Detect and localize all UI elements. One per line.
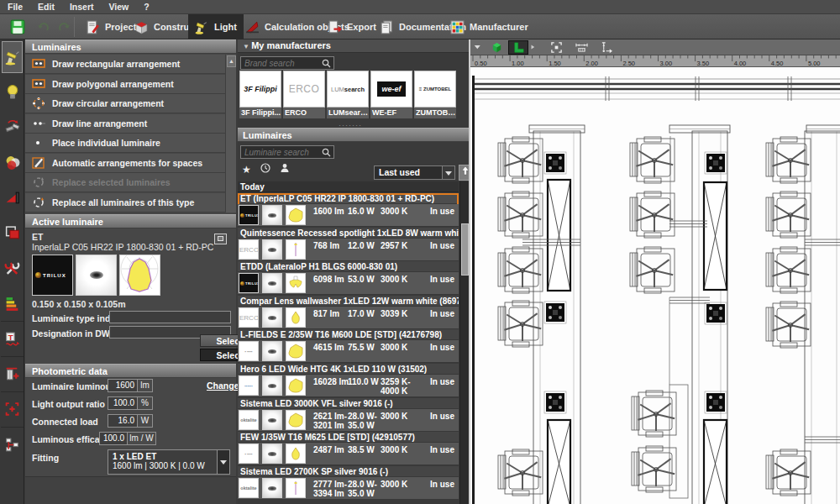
menu-file[interactable]: File — [0, 0, 30, 14]
menu-bar: FileEditInsertView? — [0, 0, 840, 14]
luminaire-item[interactable]: Hero 6 LED Wide HTG 4K 1xLED 110 W (3150… — [238, 364, 459, 397]
tool-circ-arrangement[interactable]: Draw circular arrangement — [25, 94, 225, 113]
plan-chair — [766, 247, 811, 293]
mode-lamp[interactable] — [2, 41, 23, 73]
brand-card-we-ef[interactable]: we-ef WE-EF — [370, 71, 412, 119]
mode-energy[interactable] — [2, 288, 23, 320]
floor-plan-canvas[interactable] — [470, 67, 840, 504]
mode-colors[interactable] — [2, 147, 23, 179]
menu-edit[interactable]: Edit — [30, 0, 62, 14]
view-dropdown-button[interactable] — [473, 40, 485, 55]
brand-search-input[interactable] — [243, 57, 320, 69]
luminaire-item[interactable]: Quintessence Recessed spotlight 1xLED 8W… — [238, 228, 459, 261]
connected-load-value[interactable]: 16.0 — [108, 414, 138, 428]
item-lumen: 2777 lm- 3394 lm — [313, 480, 347, 498]
tool-replace-all[interactable]: Replace all luminaires of this type — [25, 193, 225, 213]
brand-card-3f-filippi-[interactable]: 3F Filippi 3F Filippi... — [239, 71, 281, 119]
filter-row: ★ Last used — [242, 163, 469, 181]
item-watt: 110.0 W — [348, 377, 379, 386]
catalog-scrollbar[interactable] — [459, 181, 469, 504]
luminaire-item[interactable]: Sistema LED 2700K SP silver 9016 (-)okta… — [238, 466, 459, 500]
favorites-star-icon[interactable]: ★ — [242, 164, 251, 176]
zoom-fit-icon — [550, 41, 563, 54]
luminaire-search-input[interactable] — [243, 146, 320, 158]
mode-bulb[interactable] — [2, 76, 23, 108]
light-output-ratio-value[interactable]: 100.0 — [108, 396, 138, 410]
photo-thumbnail[interactable] — [76, 255, 117, 296]
my-manufacturers-header[interactable]: ▼ My manufacturers — [238, 39, 469, 53]
luminous-efficacy-value[interactable]: 100.0 — [99, 432, 128, 445]
item-status: In use — [430, 309, 454, 318]
item-curve-thumb — [286, 410, 306, 430]
mode-frame-plus[interactable] — [2, 394, 23, 426]
user-person-icon[interactable] — [280, 163, 290, 175]
item-photo-thumb — [262, 478, 282, 498]
luminaire-item[interactable]: Sistema LED 3000K VFL silver 9016 (-)okt… — [238, 398, 459, 432]
brand-thumbnail[interactable]: TRILUX — [32, 255, 73, 296]
measure-vertical-button[interactable] — [598, 40, 615, 55]
search-icon — [322, 148, 331, 157]
item-brand-thumb: TRILUX — [239, 273, 259, 293]
menu-insert[interactable]: Insert — [62, 0, 102, 14]
view-next-button[interactable] — [529, 40, 538, 55]
menu-view[interactable]: View — [102, 0, 137, 14]
view-dropdown-icon — [473, 41, 485, 54]
sort-dropdown-arrow-icon[interactable] — [443, 165, 455, 180]
view-plan-button[interactable] — [508, 40, 528, 55]
toolbar-separator — [74, 17, 75, 37]
fitting-dropdown[interactable]: 1 x LED ET 1600 lm | 3000 K | 0.0 W — [108, 449, 218, 475]
item-brand-thumb: ERCO — [239, 307, 259, 328]
fitting-dropdown-arrow[interactable] — [218, 449, 230, 475]
luminaire-item[interactable]: L-FIELDS E 2/35W T16 M600 LDE [STD] (421… — [238, 329, 459, 363]
item-watt: 75.5 W — [348, 343, 375, 352]
zoom-fit-button[interactable] — [548, 40, 564, 55]
tab-manufacturer[interactable]: Manufacturer — [444, 16, 535, 38]
item-photo-thumb — [262, 341, 282, 361]
brand-card-lumsearch[interactable]: LUMsearch LUMsearch — [327, 71, 369, 119]
save-button[interactable] — [3, 16, 32, 38]
tool-poly-arrangement[interactable]: Draw polygonal arrangement — [25, 75, 225, 94]
mode-joint[interactable] — [2, 112, 23, 144]
mode-beam[interactable] — [2, 182, 23, 214]
scroll-up-icon[interactable]: ▲ — [227, 55, 236, 67]
strip-separator — [1, 391, 24, 392]
mode-shapes[interactable] — [2, 218, 23, 249]
line-arrangement-icon — [32, 117, 45, 130]
measure-horizontal-button[interactable] — [573, 40, 590, 55]
circ-arrangement-icon — [32, 97, 45, 110]
tool-auto-arrangement[interactable]: Automatic arrangements for spaces — [25, 154, 225, 173]
plan-chair — [498, 449, 543, 496]
mode-text-wave[interactable]: T — [2, 323, 23, 355]
type-index-input[interactable] — [109, 311, 231, 323]
tool-line-arrangement[interactable]: Draw line arrangement — [25, 114, 225, 134]
photometric-rows: Luminaire luminous flux1600lmChangeLight… — [25, 379, 236, 451]
menu-help[interactable]: ? — [136, 0, 156, 14]
brand-card-erco[interactable]: ERCO ERCO — [283, 71, 325, 119]
luminaire-item[interactable]: ETDD (LateraloP H1 BLGS 6000-830 01)TRIL… — [238, 261, 459, 295]
view-3d-button[interactable] — [487, 40, 506, 55]
mode-wrench[interactable] — [2, 253, 23, 285]
mode-nodes[interactable] — [2, 429, 23, 461]
luminaire-search[interactable] — [240, 145, 334, 159]
copy-icon[interactable] — [214, 234, 227, 244]
mode-column-plus[interactable] — [2, 359, 23, 391]
scrollbar-thumb[interactable] — [461, 223, 469, 276]
strip-separator — [1, 356, 24, 357]
poly-arrangement-icon — [32, 77, 45, 91]
mode-icon-strip: T — [0, 39, 24, 504]
fitting-label: Fitting — [32, 453, 59, 463]
distribution-curve-thumbnail[interactable] — [119, 255, 160, 296]
luminaire-item[interactable]: ET (InperlaLP C05 HR22 IP 1800-830 01 + … — [238, 193, 459, 227]
tool-single-luminaire[interactable]: Place individual luminaire — [25, 134, 225, 153]
change-link[interactable]: Change — [207, 381, 239, 391]
luminaire-item[interactable]: Compar Lens wallwasher 1xLED 12W warm wh… — [238, 296, 459, 329]
tools-scrollbar[interactable]: ▲ — [225, 55, 236, 213]
luminaire-item[interactable]: FEW 1/35W T16 M625 LDE [STD] (42910577)▪… — [238, 432, 459, 465]
luminaire-luminous-flux-value[interactable]: 1600 — [108, 379, 138, 392]
sort-dropdown[interactable]: Last used — [374, 165, 443, 180]
tool-rect-arrangement[interactable]: Draw rectangular arrangement — [25, 55, 225, 74]
tab-light[interactable]: Light — [188, 14, 244, 39]
brand-search[interactable] — [240, 56, 334, 70]
recent-clock-icon[interactable] — [260, 163, 270, 175]
brand-card-zumtobel[interactable]: ≡ ZUMTOBEL ZUMTOBEL — [414, 71, 456, 119]
